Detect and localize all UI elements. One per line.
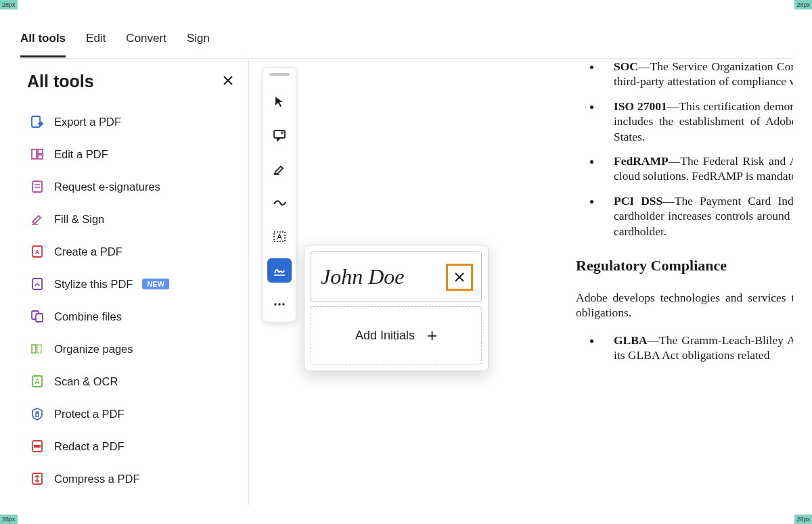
tool-item-label: Protect a PDF: [54, 408, 125, 421]
tool-item-label: Create a PDF: [54, 245, 122, 258]
tool-item-scan[interactable]: AScan & OCR: [27, 365, 239, 398]
bullet-term: ISO 27001: [614, 99, 667, 113]
bullet-item: FedRAMP—The Federal Risk and Authorizati…: [602, 153, 793, 184]
tool-item-fillsign[interactable]: Fill & Sign: [27, 203, 239, 235]
protect-icon: [30, 406, 45, 421]
page-viewport[interactable]: SOC—The Service Organization Controls re…: [484, 59, 793, 505]
svg-text:A: A: [35, 378, 40, 385]
tool-item-edit[interactable]: Edit a PDF: [27, 138, 239, 170]
signature-popover: John Doe Add Initials +: [304, 245, 489, 371]
bullet-term: SOC: [614, 59, 638, 73]
bullet-term: PCI DSS: [614, 194, 662, 208]
close-icon: [453, 271, 466, 283]
tool-item-label: Request e-signatures: [54, 181, 160, 193]
scan-icon: A: [30, 374, 45, 389]
svg-rect-18: [274, 130, 285, 138]
stylize-icon: [30, 277, 45, 291]
svg-rect-4: [32, 181, 42, 192]
svg-text:A: A: [277, 233, 282, 241]
sign-icon: [272, 263, 287, 278]
sidebar-title: All tools: [27, 72, 94, 91]
section-paragraph: Adobe develops technologies and services…: [576, 290, 793, 320]
tool-item-create[interactable]: ACreate a PDF: [27, 235, 239, 268]
tab-edit[interactable]: Edit: [86, 20, 106, 57]
signature-preview[interactable]: John Doe: [311, 252, 482, 302]
sidebar: All tools Export a PDFEdit a PDFRequest …: [19, 59, 249, 505]
bullet-item: SOC—The Service Organization Controls re…: [602, 59, 793, 89]
highlight-icon: [273, 162, 286, 176]
topbar: All tools Edit Convert Sign: [19, 19, 793, 59]
tab-all-tools[interactable]: All tools: [20, 20, 66, 57]
create-icon: A: [30, 244, 45, 259]
qb-sign[interactable]: [267, 258, 292, 283]
qb-highlight[interactable]: [267, 157, 292, 181]
tab-convert[interactable]: Convert: [126, 20, 166, 57]
tab-sign[interactable]: Sign: [187, 20, 210, 57]
close-sidebar-button[interactable]: [217, 71, 239, 92]
tool-item-label: Combine files: [54, 310, 122, 323]
svg-rect-10: [32, 345, 36, 353]
quick-toolbar: A: [263, 67, 296, 323]
qb-more[interactable]: [267, 292, 292, 316]
qb-select-cursor[interactable]: [267, 89, 292, 114]
request-icon: [30, 179, 45, 194]
comment-icon: [273, 128, 286, 142]
tool-item-organize[interactable]: Organize pages: [27, 333, 239, 365]
svg-point-24: [282, 303, 284, 305]
sidebar-header: All tools: [27, 71, 239, 95]
tool-item-protect[interactable]: Protect a PDF: [27, 398, 239, 430]
corner-tag-br: 28px: [794, 515, 812, 524]
tool-item-label: Fill & Sign: [54, 213, 104, 226]
section-heading: Regulatory Compliance: [576, 256, 793, 275]
tool-item-label: Compress a PDF: [54, 473, 140, 485]
delete-signature-button[interactable]: [446, 264, 473, 291]
cursor-icon: [273, 95, 286, 108]
tool-item-label: Export a PDF: [54, 116, 121, 128]
corner-tag-tr: 28px: [794, 0, 812, 9]
signature-name: John Doe: [321, 264, 405, 289]
more-icon: [273, 297, 286, 311]
combine-icon: [30, 309, 45, 324]
export-icon: [30, 114, 45, 129]
bullet-item: PCI DSS—The Payment Card Industry Data S…: [602, 193, 793, 239]
text-box-icon: A: [273, 230, 286, 243]
tool-item-label: Scan & OCR: [54, 375, 118, 388]
bullet-text: —The Service Organization Controls repor…: [614, 59, 793, 88]
bullet-term: FedRAMP: [614, 154, 669, 168]
tool-item-redact[interactable]: Redact a PDF: [27, 430, 239, 462]
bullet-list: SOC—The Service Organization Controls re…: [602, 59, 793, 239]
bullet-list-2: GLBA—The Gramm-Leach-Bliley Act requires…: [602, 333, 793, 363]
bullet-term: GLBA: [614, 333, 648, 347]
svg-rect-16: [34, 445, 41, 448]
compress-icon: [30, 471, 45, 486]
svg-rect-9: [36, 314, 43, 322]
add-initials-button[interactable]: Add Initials +: [311, 306, 482, 364]
add-initials-label: Add Initials: [355, 329, 415, 343]
svg-text:A: A: [35, 249, 40, 256]
bullet-item: ISO 27001—This certification demonstrate…: [602, 99, 793, 144]
draw-freehand-icon: [272, 196, 287, 210]
corner-tag-bl: 28px: [0, 515, 18, 524]
tool-item-request[interactable]: Request e-signatures: [27, 170, 239, 203]
qb-comment[interactable]: [267, 123, 292, 147]
edit-icon: [30, 147, 45, 162]
toolbar-grip[interactable]: [269, 73, 290, 76]
svg-point-22: [274, 303, 276, 305]
tool-item-export[interactable]: Export a PDF: [27, 105, 239, 138]
corner-tag-tl: 28px: [0, 0, 18, 9]
plus-icon: +: [427, 325, 437, 346]
tool-item-label: Stylize this PDF: [54, 278, 133, 291]
redact-icon: [30, 439, 45, 454]
svg-point-23: [278, 303, 280, 305]
svg-rect-3: [38, 155, 43, 159]
svg-rect-1: [32, 149, 37, 159]
qb-draw[interactable]: [267, 191, 292, 215]
qb-text-box[interactable]: A: [267, 224, 292, 249]
bullet-item: GLBA—The Gramm-Leach-Bliley Act requires…: [602, 333, 793, 363]
tool-item-combine[interactable]: Combine files: [27, 300, 239, 333]
tool-item-stylize[interactable]: Stylize this PDFNEW: [27, 268, 239, 300]
pdf-page: SOC—The Service Organization Controls re…: [484, 59, 793, 374]
tool-item-compress[interactable]: Compress a PDF: [27, 462, 239, 495]
new-badge: NEW: [142, 279, 169, 289]
svg-rect-14: [36, 413, 39, 416]
